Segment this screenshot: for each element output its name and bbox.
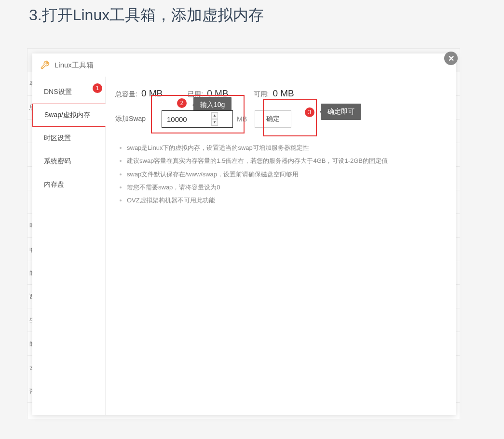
sidebar-item-password[interactable]: 系统密码	[32, 150, 105, 173]
sidebar-item-label: 系统密码	[44, 157, 71, 166]
sidebar: DNS设置 Swap/虚拟内存 时区设置 系统密码 内存盘	[32, 77, 106, 415]
tips-list: swap是Linux下的虚拟内存，设置适当的swap可增加服务器稳定性 建议sw…	[115, 141, 446, 207]
sidebar-item-swap[interactable]: Swap/虚拟内存	[32, 104, 106, 127]
spinner-down[interactable]: ▼	[211, 119, 218, 126]
sidebar-item-ramdisk[interactable]: 内存盘	[32, 173, 105, 196]
spinner-buttons: ▲ ▼	[211, 112, 218, 126]
content-panel: 1 2 3 输入10g 确定即可 总容量: 0 MB 已用: 0 MB	[106, 77, 456, 415]
annotation-tooltip-3: 确定即可	[321, 104, 361, 120]
linux-toolbox-dialog: ✕ Linux工具箱 DNS设置 Swap/虚拟内存 时区设置	[32, 53, 456, 415]
tip-item: 若您不需要swap，请将容量设为0	[127, 181, 446, 194]
tip-item: swap是Linux下的虚拟内存，设置适当的swap可增加服务器稳定性	[127, 141, 446, 154]
stat-avail: 可用: 0 MB	[254, 88, 294, 99]
tools-icon	[40, 60, 50, 70]
sidebar-item-timezone[interactable]: 时区设置	[32, 127, 105, 150]
swap-input-group: ▲ ▼ MB	[162, 110, 247, 128]
stat-label: 可用:	[254, 90, 269, 99]
spinner-up[interactable]: ▲	[211, 112, 218, 119]
swap-unit: MB	[237, 115, 247, 123]
close-icon: ✕	[448, 54, 454, 63]
annotation-badge-1: 1	[93, 83, 102, 93]
tip-item: 建议swap容量在真实内存容量的1.5倍左右，若您的服务器内存大于4GB，可设1…	[127, 154, 446, 167]
sidebar-item-label: 内存盘	[44, 180, 64, 189]
stat-value: 0 MB	[272, 88, 294, 99]
tip-item: OVZ虚拟架构机器不可用此功能	[127, 194, 446, 207]
sidebar-item-label: Swap/虚拟内存	[44, 111, 90, 120]
annotation-box-3	[263, 99, 317, 136]
sidebar-item-label: 时区设置	[44, 134, 71, 143]
dialog-body: DNS设置 Swap/虚拟内存 时区设置 系统密码 内存盘 1 2 3	[32, 77, 456, 415]
stat-label: 总容量:	[115, 90, 137, 99]
page-heading: 3.打开Linux工具箱，添加虚拟内存	[0, 0, 504, 26]
swap-size-input[interactable]	[162, 110, 233, 128]
dialog-title: Linux工具箱	[54, 61, 94, 70]
tip-item: swap文件默认保存在/www/swap，设置前请确保磁盘空间够用	[127, 168, 446, 181]
close-button[interactable]: ✕	[444, 52, 458, 65]
screenshot-panel: 客 思 时 ip 的 西 生 的 云 哲 ✕ Linux工具箱 DNS设置	[27, 48, 460, 419]
add-swap-label: 添加Swap	[115, 115, 154, 123]
sidebar-item-label: DNS设置	[44, 88, 72, 96]
dialog-header: Linux工具箱	[32, 53, 456, 77]
